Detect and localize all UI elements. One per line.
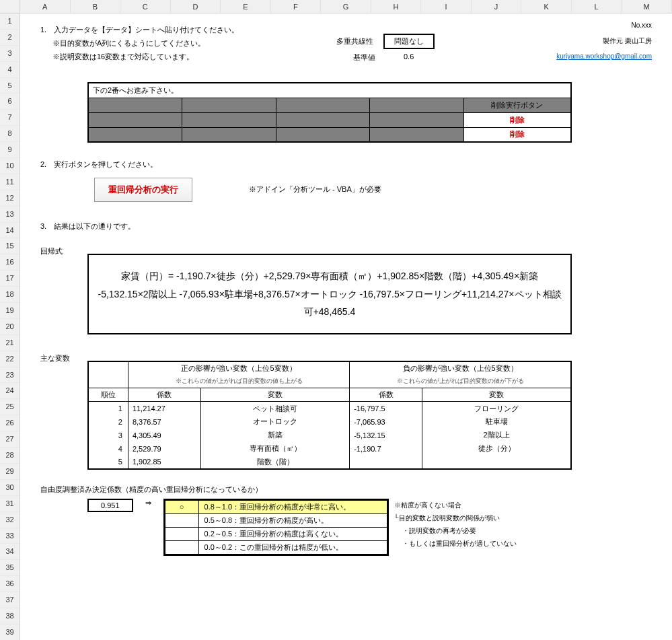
pos-var-cell: 専有面積（㎡） <box>200 442 349 456</box>
table-row: 34,305.49新築-5,132.152階以上 <box>88 429 571 442</box>
row-header[interactable]: 38 <box>0 608 20 625</box>
row-header[interactable]: 14 <box>0 223 20 239</box>
base-value: 0.6 <box>404 52 414 61</box>
col-header[interactable]: G <box>321 0 371 13</box>
row-header[interactable]: 6 <box>0 94 20 110</box>
pos-coef-cell: 8,376.57 <box>128 415 200 429</box>
row-header[interactable]: 23 <box>0 367 20 384</box>
row-header[interactable]: 13 <box>0 207 20 223</box>
col-header[interactable]: B <box>71 0 121 13</box>
neg-coef-cell: -1,190.7 <box>350 442 422 456</box>
col-header[interactable]: E <box>221 0 271 13</box>
col-var-p: 変数 <box>200 388 349 402</box>
grade-desc: 0.5～0.8：重回帰分析の精度が高い。 <box>198 513 387 527</box>
r2-note3: ・もしくは重回帰分析が適していない <box>402 537 517 550</box>
r2-note-title: ※精度が高くない場合 <box>394 499 517 511</box>
row-header[interactable]: 31 <box>0 496 20 512</box>
row-header[interactable]: 39 <box>0 625 20 640</box>
row-header[interactable]: 33 <box>0 528 20 544</box>
row-header[interactable]: 27 <box>0 431 20 448</box>
neg-coef-cell <box>350 456 422 469</box>
grade-row: 0.5～0.8：重回帰分析の精度が高い。 <box>165 513 387 527</box>
row-header[interactable]: 32 <box>0 512 20 528</box>
col-coef-n: 係数 <box>350 388 422 402</box>
row-header[interactable]: 2 <box>0 30 20 46</box>
pos-var-cell: ペット相談可 <box>200 402 349 415</box>
col-header[interactable]: I <box>421 0 472 13</box>
rank-cell: 5 <box>88 456 128 469</box>
regression-formula: 家賃（円）= -1,190.7×徒歩（分）+2,529.79×専有面積（㎡）+1… <box>87 254 572 334</box>
row-header[interactable]: 35 <box>0 560 20 576</box>
row-header[interactable]: 22 <box>0 351 20 367</box>
row-header[interactable]: 11 <box>0 174 20 190</box>
row-header[interactable]: 30 <box>0 480 20 496</box>
neg-coef-cell: -5,132.15 <box>350 429 422 442</box>
r2-grade-table: ○0.8～1.0：重回帰分析の精度が非常に高い。0.5～0.8：重回帰分析の精度… <box>163 499 389 556</box>
run-regression-button[interactable]: 重回帰分析の実行 <box>94 178 192 202</box>
row-header[interactable]: 9 <box>0 142 20 158</box>
grade-mark: ○ <box>165 500 198 513</box>
row-header[interactable]: 12 <box>0 190 20 207</box>
row-header[interactable]: 16 <box>0 254 20 271</box>
row-header[interactable]: 25 <box>0 399 20 415</box>
row-header[interactable]: 34 <box>0 544 20 560</box>
maker-label: 製作元 栗山工房 <box>603 36 652 46</box>
grade-desc: 0.8～1.0：重回帰分析の精度が非常に高い。 <box>198 500 387 513</box>
row-header[interactable]: 8 <box>0 126 20 142</box>
grade-desc: 0.0～0.2：この重回帰分析は精度が低い。 <box>198 540 387 554</box>
doc-number: No.xxx <box>631 22 652 29</box>
row-header[interactable]: 1 <box>0 13 20 30</box>
row-header[interactable]: 36 <box>0 576 20 592</box>
base-label: 基準値 <box>353 52 375 63</box>
row-header[interactable]: 3 <box>0 46 20 62</box>
table-row: 42,529.79専有面積（㎡）-1,190.7徒歩（分） <box>88 442 571 456</box>
neg-coef-cell: -7,065.93 <box>350 415 422 429</box>
instruction-cell: 下の2番へお進み下さい。 <box>88 83 571 98</box>
col-header[interactable]: H <box>371 0 422 13</box>
instruction-table: 下の2番へお進み下さい。 削除実行ボタン 削除 削除 <box>87 82 572 143</box>
grade-row: ○0.8～1.0：重回帰分析の精度が非常に高い。 <box>165 500 387 513</box>
neg-var-cell: フローリング <box>422 402 571 415</box>
grade-mark <box>165 540 198 554</box>
row-header[interactable]: 21 <box>0 335 20 351</box>
row-header[interactable]: 20 <box>0 319 20 335</box>
table-row: 51,902.85階数（階） <box>88 456 571 469</box>
col-header[interactable]: A <box>20 0 71 13</box>
row-header[interactable]: 7 <box>0 110 20 126</box>
row-header[interactable]: 28 <box>0 448 20 464</box>
delete-button-2[interactable]: 削除 <box>463 127 571 142</box>
section2-title: 2. 実行ボタンを押してください。 <box>40 159 157 170</box>
col-header[interactable]: M <box>622 0 672 13</box>
row-header[interactable]: 5 <box>0 78 20 94</box>
row-header[interactable]: 4 <box>0 62 20 78</box>
row-header[interactable]: 26 <box>0 415 20 431</box>
row-header[interactable]: 15 <box>0 238 20 254</box>
row-header[interactable]: 17 <box>0 271 20 287</box>
negative-sub: ※これらの値が上がれば目的変数の値が下がる <box>350 375 571 388</box>
col-header[interactable]: K <box>521 0 572 13</box>
row-header[interactable]: 18 <box>0 287 20 303</box>
delete-header: 削除実行ボタン <box>463 98 571 112</box>
pos-coef-cell: 2,529.79 <box>128 442 200 456</box>
main-variable-table: 正の影響が強い変数（上位5変数） 負の影響が強い変数（上位5変数） ※これらの値… <box>87 361 572 470</box>
rank-cell: 1 <box>88 402 128 415</box>
col-header[interactable]: L <box>572 0 622 13</box>
r2-note2: ・説明変数の再考が必要 <box>402 524 517 537</box>
neg-var-cell: 2階以上 <box>422 429 571 442</box>
col-header[interactable]: F <box>271 0 322 13</box>
col-header[interactable]: D <box>171 0 221 13</box>
positive-header: 正の影響が強い変数（上位5変数） <box>128 361 349 375</box>
email-link[interactable]: kuriyama.workshop@gmail.com <box>556 52 652 60</box>
row-header[interactable]: 37 <box>0 592 20 608</box>
col-header[interactable]: J <box>472 0 522 13</box>
delete-button-1[interactable]: 削除 <box>463 112 571 127</box>
col-header[interactable]: C <box>120 0 171 13</box>
neg-var-cell: 駐車場 <box>422 415 571 429</box>
row-header[interactable]: 10 <box>0 158 20 174</box>
r2-value: 0.951 <box>87 499 133 512</box>
neg-var-cell: 徒歩（分） <box>422 442 571 456</box>
rank-cell: 2 <box>88 415 128 429</box>
row-header[interactable]: 19 <box>0 303 20 319</box>
row-header[interactable]: 29 <box>0 464 20 480</box>
row-header[interactable]: 24 <box>0 383 20 399</box>
